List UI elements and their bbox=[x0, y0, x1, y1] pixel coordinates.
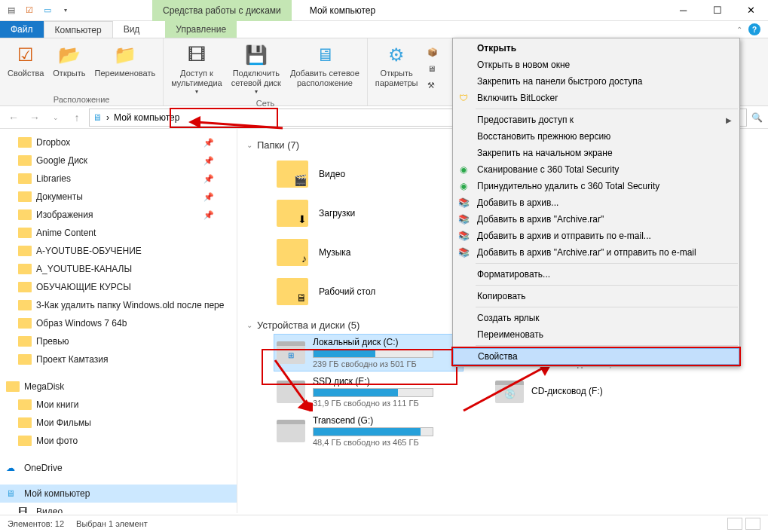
ctx-bitlocker[interactable]: 🛡Включить BitLocker bbox=[453, 90, 739, 106]
add-network-button[interactable]: 🖥Добавить сетевоерасположение bbox=[287, 41, 363, 90]
annotation-highlight bbox=[170, 108, 278, 128]
sidebar-item[interactable]: Превью bbox=[0, 332, 237, 350]
drive-item[interactable]: Transcend (G:)48,4 ГБ свободно из 465 ГБ bbox=[277, 415, 465, 447]
folder-icon bbox=[18, 436, 32, 446]
folder-icon bbox=[18, 191, 32, 202]
ctx-winrar-email[interactable]: 📚Добавить в архив и отправить по e-mail.… bbox=[453, 228, 739, 244]
sidebar-item[interactable]: Изображения📌 bbox=[0, 206, 237, 224]
ctx-pin-start[interactable]: Закрепить на начальном экране bbox=[453, 145, 739, 161]
folder-icon bbox=[18, 228, 32, 238]
sidebar-item[interactable]: Libraries📌 bbox=[0, 170, 237, 188]
submenu-arrow-icon: ▶ bbox=[726, 116, 732, 124]
search-button[interactable]: 🔍 bbox=[750, 109, 763, 127]
folder-icon bbox=[18, 399, 32, 410]
folder-icon bbox=[6, 381, 20, 392]
folder-icon bbox=[18, 417, 32, 428]
ctx-winrar-email-named[interactable]: 📚Добавить в архив "Archive.rar" и отправ… bbox=[453, 244, 739, 261]
sidebar-item[interactable]: ОБУЧАЮЩИЕ КУРСЫ bbox=[0, 278, 237, 296]
view-tab[interactable]: Вид bbox=[113, 21, 151, 38]
ctx-give-access[interactable]: Предоставить доступ к▶ bbox=[453, 112, 739, 128]
maximize-button[interactable]: ☐ bbox=[700, 0, 734, 21]
sidebar-item[interactable]: A_YOUTUBE-КАНАЛЫ bbox=[0, 260, 237, 278]
sidebar-video[interactable]: 🎞Видео bbox=[0, 503, 237, 513]
manage-tab[interactable]: Управление bbox=[165, 21, 237, 38]
open-settings-button[interactable]: ⚙Открытьпараметры bbox=[372, 41, 421, 90]
up-button[interactable]: ↑ bbox=[68, 109, 86, 127]
ctx-pin-quick-access[interactable]: Закрепить на панели быстрого доступа bbox=[453, 73, 739, 90]
properties-button[interactable]: ☑Свойства bbox=[5, 41, 47, 80]
minimize-button[interactable]: ─ bbox=[666, 0, 700, 21]
folder-icon bbox=[18, 300, 32, 310]
file-tab[interactable]: Файл bbox=[0, 21, 44, 38]
rename-button[interactable]: 📁Переименовать bbox=[92, 41, 159, 80]
folder-thumb-icon: 🖥 bbox=[277, 278, 308, 305]
ctx-open[interactable]: Открыть bbox=[453, 40, 739, 57]
icons-view-button[interactable] bbox=[745, 518, 760, 530]
sidebar-item[interactable]: A-YOUTUBE-ОБУЧЕНИЕ bbox=[0, 242, 237, 260]
computer-tab[interactable]: Компьютер bbox=[44, 21, 113, 38]
system-small-group: 📦 🖥 ⚒ bbox=[424, 41, 430, 96]
media-icon: 🎞 bbox=[185, 43, 209, 67]
drive-item[interactable]: SSD диск (E:)31,9 ГБ свободно из 111 ГБ bbox=[277, 376, 465, 408]
ctx-scan-360[interactable]: ◉Сканирование c 360 Total Security bbox=[453, 161, 739, 178]
help-icon[interactable]: ? bbox=[748, 23, 760, 35]
ctx-format[interactable]: Форматировать... bbox=[453, 266, 739, 283]
drive-icon bbox=[277, 381, 305, 403]
sidebar-item[interactable]: Dropbox📌 bbox=[0, 133, 237, 151]
open-button[interactable]: 📂Открыть bbox=[50, 41, 88, 80]
winrar-icon: 📚 bbox=[457, 213, 470, 225]
ribbon-tabs: Файл Компьютер Вид Управление ⌃ ? bbox=[0, 21, 768, 38]
sidebar-item[interactable]: Мои книги bbox=[0, 396, 237, 414]
sidebar-item[interactable]: 3-Как удалить папку Windows.old после пе… bbox=[0, 296, 237, 314]
winrar-icon: 📚 bbox=[457, 197, 470, 209]
collapse-ribbon-icon[interactable]: ⌃ bbox=[736, 26, 742, 34]
sidebar-onedrive[interactable]: ☁OneDrive bbox=[0, 459, 237, 477]
map-drive-button[interactable]: 💾Подключитьсетевой диск▾ bbox=[228, 41, 284, 97]
ctx-shortcut[interactable]: Создать ярлык bbox=[453, 310, 739, 326]
folder-icon: 🎞 bbox=[18, 506, 32, 513]
onedrive-icon: ☁ bbox=[6, 463, 20, 473]
drive-item[interactable]: 💿CD-дисковод (F:) bbox=[495, 376, 684, 408]
close-button[interactable]: ✕ bbox=[734, 0, 768, 21]
ctx-open-new-window[interactable]: Открыть в новом окне bbox=[453, 57, 739, 73]
sidebar-item[interactable]: Проект Камтазия bbox=[0, 350, 237, 368]
sidebar-item[interactable]: Мои Фильмы bbox=[0, 414, 237, 432]
sidebar-item[interactable]: Мои фото bbox=[0, 432, 237, 450]
drive-item[interactable]: ⊞Локальный диск (C:)239 ГБ свободно из 5… bbox=[274, 335, 463, 371]
ctx-rename[interactable]: Переименовать bbox=[453, 326, 739, 343]
ctx-copy[interactable]: Копировать bbox=[453, 288, 739, 304]
ctx-properties[interactable]: Свойства bbox=[453, 348, 739, 365]
folder-open-icon: 📂 bbox=[57, 43, 81, 67]
quick-access-toolbar: ▤ ☑ ▭ ▾ bbox=[0, 2, 77, 19]
folder-icon bbox=[18, 137, 32, 148]
ctx-force-delete-360[interactable]: ◉Принудительно удалить с 360 Total Secur… bbox=[453, 178, 739, 194]
sidebar-this-pc[interactable]: 🖥Мой компьютер bbox=[0, 485, 237, 503]
qat-pc-icon[interactable]: ▭ bbox=[39, 2, 56, 19]
ctx-winrar-add[interactable]: 📚Добавить в архив... bbox=[453, 194, 739, 211]
qat-icon[interactable]: ▤ bbox=[3, 2, 20, 19]
details-view-button[interactable] bbox=[727, 518, 742, 530]
network-add-icon: 🖥 bbox=[313, 43, 337, 67]
pin-icon: 📌 bbox=[203, 210, 214, 220]
qat-props-icon[interactable]: ☑ bbox=[21, 2, 38, 19]
pin-icon: 📌 bbox=[203, 156, 214, 166]
status-bar: Элементов: 12 Выбран 1 элемент bbox=[0, 515, 768, 532]
forward-button[interactable]: → bbox=[26, 109, 44, 127]
breadcrumb-item[interactable]: Мой компьютер bbox=[114, 112, 179, 123]
ctx-restore[interactable]: Восстановить прежнюю версию bbox=[453, 128, 739, 145]
sidebar-item[interactable]: Образ Windows 7 64b bbox=[0, 314, 237, 332]
winrar-icon: 📚 bbox=[457, 230, 470, 242]
status-item-count: Элементов: 12 bbox=[8, 519, 64, 528]
qat-dropdown-icon[interactable]: ▾ bbox=[57, 2, 74, 19]
recent-dropdown[interactable]: ⌄ bbox=[47, 109, 65, 127]
back-button[interactable]: ← bbox=[5, 109, 23, 127]
sidebar-item[interactable]: Документы📌 bbox=[0, 188, 237, 206]
sidebar-item[interactable]: MegaDisk bbox=[0, 378, 237, 396]
sidebar-item[interactable]: Anime Content bbox=[0, 224, 237, 242]
media-access-button[interactable]: 🎞Доступ кмультимедиа▾ bbox=[168, 41, 225, 97]
folder-icon bbox=[18, 246, 32, 256]
ribbon-group-system: ⚙Открытьпараметры 📦 🖥 ⚒ bbox=[368, 38, 435, 105]
folder-thumb-icon: 🎬 bbox=[277, 161, 308, 188]
sidebar-item[interactable]: Google Диск📌 bbox=[0, 151, 237, 170]
ctx-winrar-add-named[interactable]: 📚Добавить в архив "Archive.rar" bbox=[453, 211, 739, 228]
